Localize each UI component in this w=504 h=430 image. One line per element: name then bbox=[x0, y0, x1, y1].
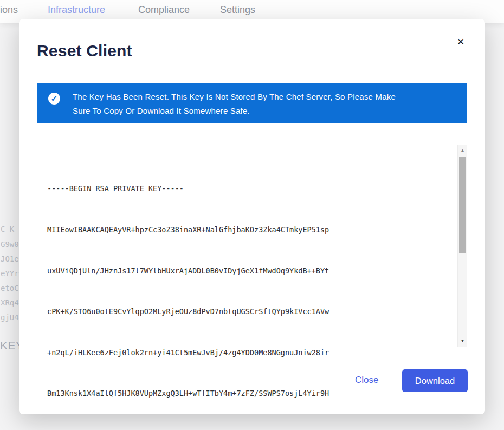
key-line: KRWSJGMqfXM3kTQpvdL10NK3D0NUYVF5tnuOmQID… bbox=[47, 428, 454, 430]
scroll-up-icon[interactable]: ▲ bbox=[458, 146, 467, 155]
nav-item-infrastructure[interactable]: Infrastructure bbox=[48, 4, 105, 16]
background-key-fragment: JO1e bbox=[1, 255, 19, 263]
background-key-fragment: C K bbox=[1, 225, 14, 233]
key-line: uxUViQDjUln/JHznJs17l7WYlbHUxrAjADDL0B0v… bbox=[47, 264, 454, 278]
modal-title: Reset Client bbox=[37, 42, 132, 60]
nav-item-settings[interactable]: Settings bbox=[220, 4, 255, 16]
close-button[interactable]: Close bbox=[355, 375, 378, 386]
background-key-fragment: G9w0 bbox=[1, 240, 19, 249]
banner-message-line1: The Key Has Been Reset. This Key Is Not … bbox=[73, 90, 396, 104]
key-line: cPK+K/STO6u0otE9CvYlqpO2MLyRjeOUz8dPvD7n… bbox=[47, 305, 454, 318]
key-line: MIIEowIBAAKCAQEAyVR+hpzCc3oZ38inaXR+NalG… bbox=[47, 223, 454, 237]
success-banner: ✓ The Key Has Been Reset. This Key Is No… bbox=[37, 83, 467, 123]
private-key-text: -----BEGIN RSA PRIVATE KEY----- MIIEowIB… bbox=[47, 155, 454, 430]
background-key-fragment: gjU4 bbox=[1, 313, 19, 322]
banner-message: The Key Has Been Reset. This Key Is Not … bbox=[73, 90, 396, 118]
scroll-down-icon[interactable]: ▼ bbox=[458, 337, 467, 346]
background-key-fragment: etoC bbox=[1, 284, 19, 292]
key-line: Bm13Knsk1X4aItQf5HJK8VUpMZxgQ3LH+wTfITbY… bbox=[47, 387, 454, 400]
key-line: -----BEGIN RSA PRIVATE KEY----- bbox=[47, 182, 454, 196]
key-line: +n2qL/iHLKee6zFej0lok2rn+yi41Ct5mEwJvBj/… bbox=[47, 346, 454, 360]
scrollbar-thumb[interactable] bbox=[459, 157, 466, 253]
background-key-fragment: XRq4 bbox=[1, 298, 19, 307]
banner-message-line2: Sure To Copy Or Download It Somewhere Sa… bbox=[73, 104, 396, 118]
download-button[interactable]: Download bbox=[402, 369, 468, 392]
private-key-textarea[interactable]: -----BEGIN RSA PRIVATE KEY----- MIIEowIB… bbox=[37, 145, 467, 347]
background-key-fragment: eYYr bbox=[1, 269, 19, 278]
close-icon[interactable]: ✕ bbox=[455, 36, 467, 48]
scrollbar-track[interactable]: ▲ ▼ bbox=[457, 145, 467, 347]
nav-item-applications-partial[interactable]: ions bbox=[0, 4, 18, 16]
reset-client-modal: Reset Client ✕ ✓ The Key Has Been Reset.… bbox=[19, 19, 485, 414]
nav-item-compliance[interactable]: Compliance bbox=[138, 4, 190, 16]
check-circle-icon: ✓ bbox=[48, 93, 60, 105]
